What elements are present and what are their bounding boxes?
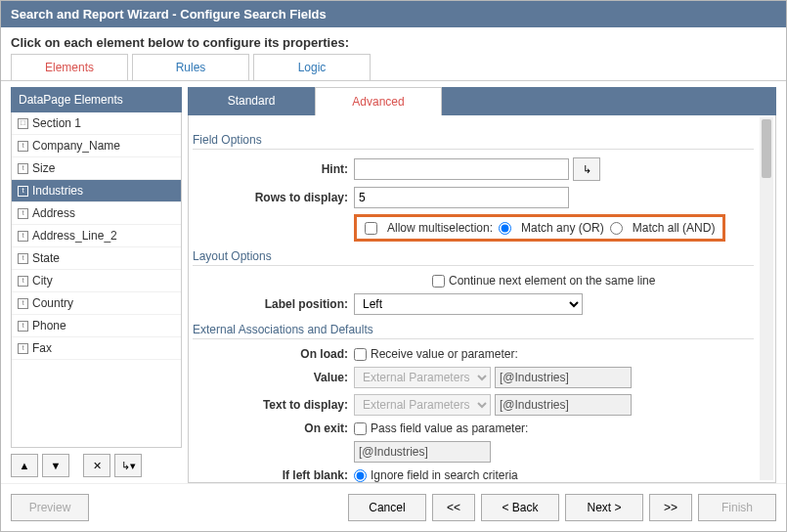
sidebar-header: DataPage Elements: [11, 87, 182, 112]
match-all-radio[interactable]: [610, 222, 623, 235]
list-item-label: City: [32, 274, 53, 288]
hint-input[interactable]: [354, 158, 569, 180]
list-item-label: State: [32, 251, 60, 265]
label-value: Value:: [193, 371, 354, 384]
group-field-options: Field Options: [193, 131, 754, 150]
row-text-display: Text to display: External Parameters: [193, 394, 754, 416]
label-pass: Pass field value as parameter:: [371, 421, 528, 435]
group-external: External Associations and Defaults: [193, 321, 754, 339]
match-any-radio[interactable]: [499, 222, 511, 235]
title-bar: Search and Report Wizard - Configure Sea…: [1, 1, 786, 27]
text-icon: t: [18, 186, 28, 197]
row-multiselection: Allow multiselection: Match any (OR) Mat…: [193, 214, 754, 242]
list-item[interactable]: tAddress: [12, 202, 181, 225]
label-match-all: Match all (AND): [633, 221, 716, 235]
list-item-label: Industries: [32, 184, 83, 198]
label-ignore: Ignore field in search criteria: [371, 468, 518, 482]
scrollbar-thumb[interactable]: [762, 119, 771, 178]
exit-param-input: [354, 441, 491, 463]
list-item[interactable]: tCountry: [12, 292, 181, 315]
list-item[interactable]: tCompany_Name: [12, 135, 181, 157]
rows-input[interactable]: [354, 187, 569, 208]
text-param-input: [495, 394, 632, 416]
allow-multiselection-checkbox[interactable]: [365, 222, 377, 235]
scrollbar[interactable]: [760, 117, 773, 480]
tab-logic[interactable]: Logic: [253, 54, 371, 80]
last-button[interactable]: >>: [649, 494, 692, 521]
text-icon: t: [18, 253, 28, 264]
text-icon: t: [18, 163, 28, 174]
instruction-text: Click on each element below to configure…: [1, 27, 786, 54]
label-if-blank: If left blank:: [193, 468, 354, 482]
list-item-label: Address_Line_2: [32, 229, 117, 243]
text-source-select: External Parameters: [354, 394, 491, 416]
list-item-label: Phone: [32, 319, 66, 332]
tab-advanced[interactable]: Advanced: [315, 87, 442, 115]
list-item-label: Size: [32, 161, 55, 175]
sidebar: DataPage Elements □Section 1 tCompany_Na…: [11, 87, 182, 483]
text-icon: t: [18, 298, 28, 309]
first-button[interactable]: <<: [432, 494, 475, 521]
ignore-radio[interactable]: [354, 469, 367, 482]
text-icon: t: [18, 141, 28, 152]
row-value: Value: External Parameters: [193, 367, 754, 388]
list-item-section[interactable]: □Section 1: [12, 112, 181, 135]
tab-standard[interactable]: Standard: [188, 87, 315, 115]
hint-picker-button[interactable]: ↳: [573, 157, 600, 181]
row-on-load: On load: Receive value or parameter:: [193, 347, 754, 361]
properties-panel: Field Options Hint: ↳ Rows to display: A…: [188, 115, 776, 483]
label-label-position: Label position:: [193, 297, 354, 311]
wizard-window: Search and Report Wizard - Configure Sea…: [0, 0, 787, 532]
row-continue: Continue next element on the same line: [193, 274, 754, 288]
next-button[interactable]: Next >: [565, 494, 643, 521]
label-hint: Hint:: [193, 162, 354, 176]
insert-button[interactable]: ↳▾: [114, 454, 142, 477]
list-item-label: Company_Name: [32, 139, 120, 153]
delete-button[interactable]: ✕: [83, 454, 110, 477]
list-item-label: Fax: [32, 341, 52, 355]
label-on-load: On load:: [193, 347, 354, 361]
text-icon: t: [18, 321, 28, 332]
row-hint: Hint: ↳: [193, 157, 754, 181]
text-icon: t: [18, 231, 28, 242]
text-icon: t: [18, 208, 28, 219]
list-item-label: Country: [32, 296, 73, 310]
back-button[interactable]: < Back: [481, 494, 559, 521]
cancel-button[interactable]: Cancel: [348, 494, 426, 521]
sub-tab-bar: Standard Advanced: [188, 87, 776, 115]
group-layout-options: Layout Options: [193, 247, 754, 266]
label-position-select[interactable]: Left: [354, 293, 583, 315]
move-up-button[interactable]: ▲: [11, 454, 38, 477]
value-param-input: [495, 367, 632, 388]
text-icon: t: [18, 343, 28, 354]
footer: Preview Cancel << < Back Next > >> Finis…: [1, 483, 786, 531]
label-receive: Receive value or parameter:: [371, 347, 518, 361]
row-rows: Rows to display:: [193, 187, 754, 208]
move-down-button[interactable]: ▼: [42, 454, 69, 477]
sidebar-buttons: ▲ ▼ ✕ ↳▾: [11, 448, 182, 483]
label-on-exit: On exit:: [193, 421, 354, 435]
list-item[interactable]: tCity: [12, 270, 181, 292]
row-on-exit: On exit: Pass field value as parameter:: [193, 421, 754, 435]
pass-checkbox[interactable]: [354, 422, 367, 435]
label-allow-multiselection: Allow multiselection:: [387, 221, 493, 235]
list-item[interactable]: tFax: [12, 337, 181, 360]
body: DataPage Elements □Section 1 tCompany_Na…: [1, 81, 786, 483]
continue-checkbox[interactable]: [432, 275, 445, 288]
label-rows: Rows to display:: [193, 191, 354, 204]
list-item[interactable]: tPhone: [12, 315, 181, 337]
receive-checkbox[interactable]: [354, 348, 367, 361]
list-item-selected[interactable]: tIndustries: [12, 180, 181, 202]
tab-elements[interactable]: Elements: [11, 54, 128, 80]
list-item[interactable]: tState: [12, 247, 181, 270]
finish-button: Finish: [698, 494, 776, 521]
preview-button: Preview: [11, 494, 89, 521]
row-label-position: Label position: Left: [193, 293, 754, 315]
tab-rules[interactable]: Rules: [132, 54, 249, 80]
value-source-select: External Parameters: [354, 367, 491, 388]
list-item-label: Address: [32, 206, 75, 220]
list-item[interactable]: tSize: [12, 157, 181, 180]
top-tab-bar: Elements Rules Logic: [1, 54, 786, 81]
list-item[interactable]: tAddress_Line_2: [12, 225, 181, 247]
row-exit-param: [193, 441, 754, 463]
